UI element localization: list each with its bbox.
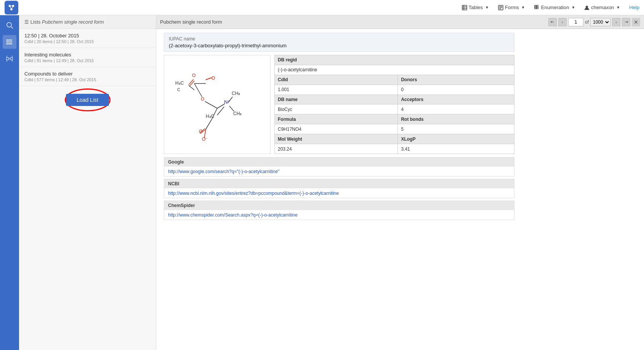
svg-text:N⁺: N⁺ [224, 99, 230, 105]
rotbonds-value: 5 [398, 124, 514, 134]
nav-first-button[interactable]: ⇤ [548, 18, 557, 26]
svg-text:O: O [211, 75, 215, 81]
tables-dropdown-arrow: ▼ [485, 5, 489, 10]
nav-total-select[interactable]: 1000 [590, 18, 610, 26]
acceptors-header: Acceptors [398, 95, 514, 104]
svg-line-59 [189, 79, 194, 85]
svg-line-51 [206, 120, 211, 129]
svg-text:C: C [177, 87, 180, 92]
google-body: http://www.google.com/search?q="(-)-o-ac… [164, 167, 514, 176]
top-nav-right: Tables ▼ Forms ▼ Enumeration ▼ [462, 5, 640, 10]
svg-line-40 [194, 83, 202, 97]
molecule-viewer: H₃C O O [164, 55, 271, 154]
svg-rect-14 [535, 5, 536, 7]
formula-value: C9H17NO4 [275, 124, 398, 134]
rotbonds-header: Rot bonds [398, 114, 514, 124]
svg-line-41 [205, 101, 217, 108]
properties-table: DB regid (-)-o-acetylcarnitine CdId Dono… [274, 55, 514, 154]
nav-next-button[interactable]: › [612, 18, 620, 26]
iupac-label: IUPAC name [169, 36, 509, 42]
svg-rect-15 [537, 5, 538, 7]
iupac-section: IUPAC name (2-acetoxy-3-carboxylato-prop… [164, 33, 514, 52]
db-regid-header: DB regid [275, 55, 514, 65]
svg-text:O⁻: O⁻ [202, 136, 208, 142]
dbname-header: DB name [275, 95, 398, 104]
cdid-header: CdId [275, 75, 398, 85]
logo [5, 1, 18, 14]
list-item[interactable]: 12:50 | 28. October 2015 CdId | 20 items… [19, 29, 156, 48]
load-list-button[interactable]: Load List [66, 94, 109, 106]
tables-menu[interactable]: Tables ▼ [462, 5, 489, 10]
sidebar-icons [0, 15, 19, 350]
cdid-value: 1.001 [275, 85, 398, 95]
list-item[interactable]: Compounds to deliver CdId | 577 items | … [19, 67, 156, 86]
svg-rect-17 [537, 7, 538, 9]
svg-rect-28 [10, 58, 13, 60]
list-item[interactable]: Interesting molecules CdId | 91 items | … [19, 48, 156, 67]
chemspider-body: http://www.chemspider.com/Search.aspx?q=… [164, 210, 514, 220]
xlogp-value: 3.41 [398, 144, 514, 154]
sidebar-item-structure[interactable] [3, 52, 16, 66]
top-nav: Tables ▼ Forms ▼ Enumeration ▼ [0, 0, 644, 15]
chemspider-section: ChemSpider http://www.chemspider.com/Sea… [164, 201, 514, 220]
ncbi-section: NCBI http://www.ncbi.nlm.nih.gov/sites/e… [164, 179, 514, 198]
record-body: IUPAC name (2-acetoxy-3-carboxylato-prop… [156, 29, 644, 350]
main-content: Pubchem single record form ⇤ ‹ of 1000 ›… [156, 15, 644, 350]
record-inner: IUPAC name (2-acetoxy-3-carboxylato-prop… [156, 29, 522, 226]
load-list-area: Load List [19, 86, 156, 114]
help-link[interactable]: Help [629, 5, 639, 10]
sidebar-item-lists[interactable] [3, 35, 16, 49]
forms-menu[interactable]: Forms ▼ [498, 5, 525, 10]
google-header: Google [164, 157, 514, 167]
svg-text:CH₃: CH₃ [233, 111, 242, 116]
svg-point-25 [6, 42, 8, 43]
chemspider-header: ChemSpider [164, 201, 514, 210]
acceptors-value: 4 [398, 104, 514, 114]
google-section: Google http://www.google.com/search?q="(… [164, 157, 514, 177]
svg-point-26 [6, 43, 8, 45]
svg-line-49 [217, 107, 224, 115]
close-record-button[interactable]: ✕ [632, 18, 640, 26]
dbname-value: BioCyc [275, 104, 398, 114]
svg-line-20 [11, 27, 13, 29]
record-toolbar: Pubchem single record form ⇤ ‹ of 1000 ›… [156, 15, 644, 29]
donors-header: Donors [398, 75, 514, 85]
svg-line-38 [206, 78, 211, 80]
svg-point-19 [7, 22, 11, 27]
user-menu[interactable]: chemaxon ▼ [584, 5, 620, 10]
molweight-header: Mol Weight [275, 134, 398, 144]
enumeration-dropdown-arrow: ▼ [571, 5, 575, 10]
user-dropdown-arrow: ▼ [616, 5, 620, 10]
enumeration-menu[interactable]: Enumeration ▼ [534, 5, 575, 10]
mol-props-area: H₃C O O [164, 55, 514, 154]
chemspider-link[interactable]: http://www.chemspider.com/Search.aspx?q=… [168, 212, 298, 218]
svg-text:H₃C: H₃C [175, 80, 184, 86]
record-form-title: Pubchem single record form [160, 19, 546, 25]
ncbi-header: NCBI [164, 179, 514, 188]
list-panel: ☰ Lists Pubchem single record form 12:50… [19, 15, 156, 350]
nav-page-input[interactable] [568, 18, 583, 26]
sidebar-item-search[interactable] [3, 18, 16, 32]
google-link[interactable]: http://www.google.com/search?q="(-)-o-ac… [168, 169, 279, 174]
list-panel-header: ☰ Lists Pubchem single record form [19, 15, 156, 29]
svg-point-24 [6, 40, 8, 41]
nav-last-button[interactable]: ⇥ [622, 18, 630, 26]
svg-text:O: O [201, 96, 204, 102]
ncbi-body: http://www.ncbi.nlm.nih.gov/sites/entrez… [164, 188, 514, 198]
formula-header: Formula [275, 114, 398, 124]
svg-rect-27 [6, 58, 9, 60]
molweight-value: 203.24 [275, 144, 398, 154]
svg-line-47 [229, 106, 234, 111]
svg-rect-6 [462, 5, 467, 10]
main-layout: ☰ Lists Pubchem single record form 12:50… [0, 15, 644, 350]
record-nav: ⇤ ‹ of 1000 › ⇥ ✕ [548, 18, 640, 26]
svg-rect-16 [535, 7, 536, 9]
ncbi-link[interactable]: http://www.ncbi.nlm.nih.gov/sites/entrez… [168, 191, 339, 196]
db-regid-value: (-)-o-acetylcarnitine [275, 65, 514, 75]
forms-dropdown-arrow: ▼ [521, 5, 525, 10]
donors-value: 0 [398, 85, 514, 95]
svg-line-60 [189, 81, 194, 86]
xlogp-header: XLogP [398, 134, 514, 144]
iupac-value: (2-acetoxy-3-carboxylato-propyl)-trimeth… [169, 43, 509, 48]
nav-prev-button[interactable]: ‹ [558, 18, 567, 26]
